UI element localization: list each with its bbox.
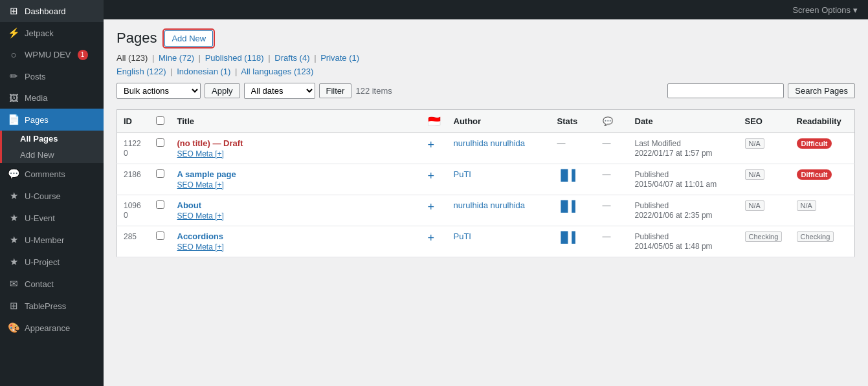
seo-meta-link[interactable]: SEO Meta [+]	[177, 211, 224, 220]
cell-author: nurulhida nurulhida	[447, 195, 551, 226]
apply-button[interactable]: Apply	[205, 83, 240, 98]
ucourse-icon: ★	[8, 190, 19, 202]
table-row: 285 Accordions SEO Meta [+] + PuTI ▐▌▌ —…	[117, 226, 855, 257]
add-translation-btn[interactable]: +	[428, 200, 435, 213]
cell-title: About SEO Meta [+]	[171, 195, 421, 226]
author-link[interactable]: nurulhida nurulhida	[454, 200, 526, 210]
th-author[interactable]: Author	[447, 110, 551, 133]
sidebar-item-dashboard[interactable]: ⊞ Dashboard	[0, 0, 104, 22]
cell-flag: +	[421, 226, 447, 257]
filter-private[interactable]: Private (1)	[320, 53, 359, 63]
search-pages-input[interactable]	[667, 83, 784, 98]
sidebar-item-tablepress[interactable]: ⊞ TablePress	[0, 295, 104, 317]
posts-icon: ✏	[8, 70, 19, 82]
cell-date: Published 2015/04/07 at 11:01 am	[629, 164, 739, 195]
cell-checkbox	[150, 226, 171, 257]
cell-seo: Checking	[739, 226, 790, 257]
filter-drafts[interactable]: Drafts (4)	[274, 53, 309, 63]
add-new-button[interactable]: Add New	[164, 30, 213, 47]
seo-meta-link[interactable]: SEO Meta [+]	[177, 242, 224, 252]
author-link[interactable]: PuTI	[454, 169, 471, 179]
page-title-row: Pages Add New	[117, 30, 855, 47]
lang-indonesian[interactable]: Indonesian (1)	[177, 67, 230, 76]
uevent-icon: ★	[8, 212, 19, 224]
sidebar-item-posts[interactable]: ✏ Posts	[0, 65, 104, 87]
th-seo[interactable]: SEO	[739, 110, 790, 133]
screen-options-button[interactable]: Screen Options ▾	[792, 5, 858, 15]
sidebar-item-uproject[interactable]: ★ U-Project	[0, 251, 104, 273]
cell-title: (no title) — Draft SEO Meta [+]	[171, 133, 421, 164]
search-pages-area: Search Pages	[667, 83, 855, 98]
table-row: 1122 0 (no title) — Draft SEO Meta [+] +…	[117, 133, 855, 164]
sidebar-item-jetpack[interactable]: ⚡ Jetpack	[0, 22, 104, 44]
umember-icon: ★	[8, 234, 19, 246]
filter-button[interactable]: Filter	[319, 83, 352, 98]
row-checkbox[interactable]	[156, 138, 164, 147]
cell-stats: ▐▌▌	[551, 226, 596, 257]
bulk-actions-select[interactable]: Bulk actions Edit Move to Trash	[117, 83, 201, 99]
add-translation-btn[interactable]: +	[428, 169, 435, 182]
select-all-checkbox[interactable]	[156, 116, 164, 125]
cell-id: 285	[117, 226, 150, 257]
page-title-link[interactable]: Accordions	[177, 231, 224, 241]
row-checkbox[interactable]	[156, 200, 164, 209]
sidebar-item-label: WPMU DEV	[25, 50, 71, 59]
submenu-all-pages[interactable]: All Pages	[2, 131, 104, 147]
cell-author: nurulhida nurulhida	[447, 133, 551, 164]
sidebar-item-ucourse[interactable]: ★ U-Course	[0, 185, 104, 207]
author-link[interactable]: nurulhida nurulhida	[454, 138, 526, 148]
table-row: 1096 0 About SEO Meta [+] + nurulhida nu…	[117, 195, 855, 226]
add-translation-btn[interactable]: +	[428, 138, 435, 151]
sidebar-item-pages[interactable]: 📄 Pages	[0, 109, 104, 131]
actions-bar: Bulk actions Edit Move to Trash Apply Al…	[117, 83, 392, 99]
cell-comments: —	[596, 226, 629, 257]
cell-stats: ▐▌▌	[551, 164, 596, 195]
th-title[interactable]: Title	[171, 110, 421, 133]
cell-readability: Difficult	[790, 164, 855, 195]
sidebar-item-media[interactable]: 🖼 Media	[0, 87, 104, 109]
dashboard-icon: ⊞	[8, 5, 19, 17]
all-dates-select[interactable]: All dates	[244, 83, 315, 99]
page-title-link[interactable]: About	[177, 200, 202, 210]
th-date[interactable]: Date	[629, 110, 739, 133]
topbar: Screen Options ▾	[104, 0, 868, 19]
appearance-icon: 🎨	[8, 322, 19, 334]
sidebar-item-label: Dashboard	[25, 6, 66, 16]
wpmudev-badge: 1	[78, 50, 88, 60]
sidebar-item-label: Appearance	[25, 323, 70, 333]
seo-meta-link[interactable]: SEO Meta [+]	[177, 180, 224, 189]
cell-readability: N/A	[790, 195, 855, 226]
filter-published[interactable]: Published (118)	[205, 53, 264, 63]
row-checkbox[interactable]	[156, 169, 164, 178]
lang-all[interactable]: All languages (123)	[241, 67, 313, 76]
cell-checkbox	[150, 164, 171, 195]
sidebar-item-contact[interactable]: ✉ Contact	[0, 273, 104, 295]
seo-meta-link[interactable]: SEO Meta [+]	[177, 149, 224, 158]
sidebar-item-appearance[interactable]: 🎨 Appearance	[0, 317, 104, 339]
page-title-link[interactable]: A sample page	[177, 169, 236, 179]
cell-author: PuTI	[447, 164, 551, 195]
filter-links: All (123) | Mine (72) | Published (118) …	[117, 53, 855, 63]
row-checkbox[interactable]	[156, 231, 164, 240]
sidebar-item-wpmudev[interactable]: ○ WPMU DEV 1	[0, 44, 104, 65]
sidebar-item-umember[interactable]: ★ U-Member	[0, 229, 104, 251]
cell-title: A sample page SEO Meta [+]	[171, 164, 421, 195]
author-link[interactable]: PuTI	[454, 231, 471, 241]
lang-english[interactable]: English (122)	[117, 67, 166, 76]
submenu-add-new[interactable]: Add New	[2, 147, 104, 163]
filter-all[interactable]: All (123)	[117, 53, 148, 63]
th-readability[interactable]: Readability	[790, 110, 855, 133]
sidebar-item-label: U-Event	[25, 213, 55, 223]
sidebar-item-label: U-Project	[25, 257, 60, 267]
sidebar-item-comments[interactable]: 💬 Comments	[0, 163, 104, 185]
sidebar-item-uevent[interactable]: ★ U-Event	[0, 207, 104, 229]
filter-mine[interactable]: Mine (72)	[159, 53, 194, 63]
language-links: English (122) | Indonesian (1) | All lan…	[117, 67, 855, 76]
search-pages-button[interactable]: Search Pages	[788, 83, 855, 98]
cell-comments: —	[596, 164, 629, 195]
page-title-link[interactable]: (no title) — Draft	[177, 138, 243, 148]
sidebar-item-label: Posts	[25, 72, 46, 81]
th-flag: 🇮🇩	[421, 110, 447, 133]
sidebar-item-label: Pages	[25, 115, 49, 125]
add-translation-btn[interactable]: +	[428, 231, 435, 244]
